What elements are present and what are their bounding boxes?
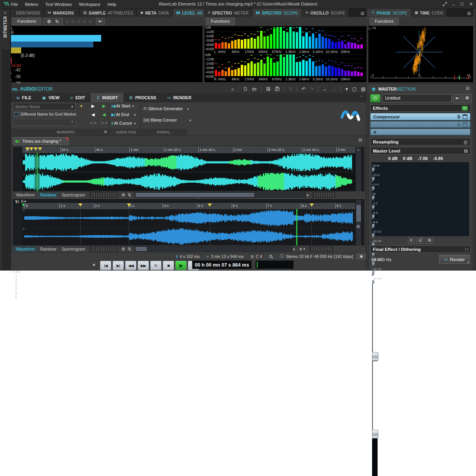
at-start-button[interactable]: |◀ At Start ▼ [111, 104, 134, 109]
scroll-right-icon[interactable]: ▶ [293, 247, 296, 251]
ribbon-tab-insert[interactable]: ↧INSERT [91, 93, 124, 102]
bypass-icon[interactable] [463, 114, 467, 119]
at-cursor-button[interactable]: I At Cursor ▼ [111, 121, 136, 125]
scroll-right-icon[interactable]: ▶ [307, 193, 309, 197]
save-icon[interactable]: 🖫 [266, 86, 271, 92]
fader-left-handle[interactable] [372, 352, 378, 361]
overview-zoom-strip[interactable] [312, 192, 336, 198]
revert-icon[interactable]: ↻ [289, 86, 293, 92]
share-icon[interactable]: < [300, 247, 302, 251]
marker-triangle[interactable] [127, 203, 131, 207]
tab-levelmeter[interactable]: ▮▮LEVELMETER [173, 9, 203, 17]
meter-options-icon[interactable]: ≡ [408, 238, 415, 244]
phasescope-functions-button[interactable]: Functions [370, 18, 399, 25]
undo-icon[interactable]: ↶ [302, 86, 305, 92]
resampling-header[interactable]: Resampling ◴ [370, 138, 471, 145]
next-region-button[interactable]: ▶ [102, 104, 105, 109]
share-dropdown-icon[interactable]: ▼ [303, 247, 306, 251]
add-effect-slot[interactable]: + [370, 129, 471, 135]
gear-icon[interactable]: ⚙ [121, 247, 125, 252]
next-marker-button[interactable]: ▶ [91, 104, 94, 109]
prev-region-button[interactable]: ◀ [102, 112, 105, 117]
restore-icon[interactable] [443, 2, 447, 6]
nav-forward-icon[interactable]: → [332, 86, 336, 92]
effects-header[interactable]: Effects ⊶ [370, 104, 471, 112]
view-mode-waveform[interactable]: Waveform [14, 246, 37, 252]
go-start-button[interactable]: |◀ [100, 261, 111, 270]
gear-icon[interactable]: ⚙ [47, 19, 51, 24]
master-preset-field[interactable]: Untitled [382, 94, 452, 102]
chevron-down-icon[interactable]: ▼ [71, 103, 74, 111]
tab-ebrowser[interactable]: EBROWSER [11, 9, 44, 17]
dropdown-icon[interactable]: ▾ [345, 86, 348, 92]
maximize-button[interactable]: ☐ [460, 2, 464, 6]
main-hscrollbar[interactable] [134, 246, 292, 252]
document-tab[interactable]: Times are changing * [13, 137, 69, 145]
group-expand-icon[interactable]: ⧉ [104, 130, 107, 134]
main-waveform[interactable]: 0-0- [22, 209, 355, 245]
marker-name-input[interactable]: Marker Name ▼ [13, 103, 76, 110]
bleep-censor-button[interactable]: [⊘] Bleep Censor ▼ [144, 118, 192, 123]
master-power-button[interactable]: ⏻ [370, 94, 380, 102]
tab-markers[interactable]: ⋈MARKERS [44, 9, 80, 17]
reset-chain-icon[interactable]: ⇤ [453, 94, 462, 103]
edit-cursor-tool-icon[interactable]: ŦI [15, 199, 19, 204]
sync-icon[interactable]: ⇅ [127, 247, 131, 252]
overview-loudness-strip[interactable] [90, 192, 118, 198]
silence-generator-button[interactable]: ⊓ Silence Generator ▼ [144, 106, 189, 111]
gear-icon[interactable]: ⚙ [121, 193, 125, 198]
go-to-start-icon[interactable]: ⇤ [96, 18, 105, 25]
ribbon-collapse-icon[interactable]: ⌃ [360, 95, 363, 99]
overview-vscrollbar[interactable]: ▲ [356, 147, 362, 192]
ribbon-tab-edit[interactable]: ℮EDIT [65, 93, 91, 102]
tab-oscilloscope[interactable]: ✛OSCILLOSCOPE [302, 9, 349, 17]
marker-triangle[interactable] [310, 203, 314, 207]
sync-icon[interactable]: ⇅ [127, 193, 131, 198]
panel-options-icon[interactable]: ▤ [467, 11, 473, 17]
reset-icon[interactable]: ↻ [55, 19, 59, 24]
zoom-knob[interactable] [356, 225, 360, 228]
overview-waveform[interactable]: 00 [22, 153, 355, 191]
redo-icon[interactable]: ↷ [310, 86, 314, 92]
marker-triangle[interactable] [208, 203, 212, 207]
menu-item-meters[interactable]: Meters [25, 2, 38, 7]
menu-item-workspace[interactable]: Workspace [79, 2, 100, 7]
marker-triangle[interactable] [34, 147, 38, 151]
layout-options-icon[interactable]: ▤ [361, 86, 365, 92]
view-mode-waveform[interactable]: Waveform [14, 192, 37, 198]
marker-triangle[interactable] [25, 147, 29, 151]
loop-button[interactable]: ↻ [150, 261, 162, 270]
status-audio-format[interactable]: ⓘStereo 32 bit F 48 000 Hz [192 kbps] [276, 253, 356, 260]
tab-phasescope[interactable]: ✕PHASESCOPE [368, 9, 411, 17]
master-section-tab[interactable]: MASTERSECTION [368, 85, 431, 93]
main-zoom-strip[interactable] [310, 246, 333, 252]
unlock-icon[interactable]: ⊔̄ [416, 238, 424, 244]
marker-triangle[interactable] [29, 147, 33, 151]
view-mode-rainbow[interactable]: Rainbow [38, 192, 58, 198]
render-button[interactable]: ⇨ Render [439, 255, 470, 264]
menu-item-file[interactable]: File [11, 2, 18, 7]
tab-bitmeter[interactable]: ⠿ BITMETER [2, 9, 10, 50]
fader-right-handle[interactable] [372, 430, 378, 438]
prev-marker-button[interactable]: ◀ [91, 112, 94, 117]
status-musical-note[interactable]: ▥C 4 [247, 253, 265, 260]
levelmeter-settings-group[interactable]: ⚙↻ [44, 18, 63, 25]
checkbox-box[interactable] [14, 112, 18, 116]
save-as-icon[interactable]: 🖆 [275, 86, 280, 92]
effect-slot-compressor[interactable]: Compressor S [370, 113, 471, 120]
marker-triangle[interactable] [78, 203, 82, 207]
nav-back-icon[interactable]: ← [323, 86, 327, 92]
panel-options-icon[interactable]: ▤ [361, 11, 367, 17]
overview-hscrollbar[interactable] [134, 192, 306, 198]
rewind-button[interactable]: ◀◀ [125, 261, 136, 270]
end-marker-checkbox[interactable]: Different Name for End Marker [14, 112, 76, 116]
status-file-length[interactable]: ⊫3 mn 13 s 944 ms [203, 253, 247, 260]
master-options-icon[interactable]: ▤ [466, 86, 472, 92]
tab-metadata[interactable]: ◆METADATA [137, 9, 173, 17]
status-zoom[interactable] [265, 253, 276, 260]
tab-sampleattributes[interactable]: ▥SAMPLEATTRIBUTES [80, 9, 137, 17]
main-loudness-strip[interactable] [90, 246, 118, 252]
tab-timecode[interactable]: ▦TIMECODE [411, 9, 448, 17]
minimize-button[interactable]: – [452, 2, 455, 7]
gear-icon[interactable]: ⚙ [463, 94, 472, 103]
